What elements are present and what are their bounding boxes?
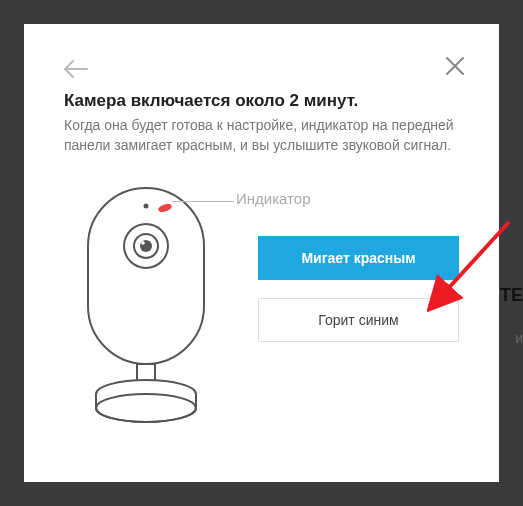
indicator-callout-line bbox=[172, 201, 234, 202]
camera-illustration: Индикатор bbox=[64, 186, 244, 436]
close-icon bbox=[445, 56, 465, 76]
action-buttons: Мигает красным Горит синим bbox=[258, 236, 459, 342]
dialog-subtitle: Когда она будет готова к настройке, инди… bbox=[64, 115, 459, 156]
setup-dialog: Камера включается около 2 минут. Когда о… bbox=[24, 24, 499, 482]
background-text-fragment: и bbox=[515, 330, 523, 346]
dialog-title: Камера включается около 2 минут. bbox=[64, 90, 459, 113]
camera-icon bbox=[64, 186, 244, 436]
dialog-header: Камера включается около 2 минут. Когда о… bbox=[64, 90, 459, 156]
back-button[interactable] bbox=[64, 60, 88, 78]
close-button[interactable] bbox=[445, 56, 465, 76]
background-text-fragment: ТЕ bbox=[500, 285, 523, 306]
svg-point-1 bbox=[144, 203, 149, 208]
blinking-red-button[interactable]: Мигает красным bbox=[258, 236, 459, 280]
svg-rect-0 bbox=[88, 188, 204, 364]
indicator-label: Индикатор bbox=[236, 190, 311, 207]
solid-blue-button[interactable]: Горит синим bbox=[258, 298, 459, 342]
arrow-left-icon bbox=[64, 60, 88, 78]
svg-point-6 bbox=[141, 241, 145, 245]
